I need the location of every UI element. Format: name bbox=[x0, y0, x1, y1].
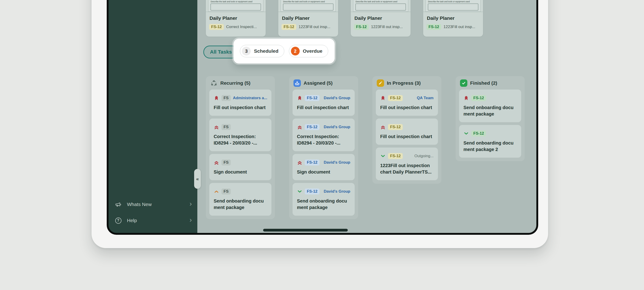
task-id-badge: FS bbox=[222, 95, 231, 101]
task-title: Fill out inspection chart bbox=[380, 104, 434, 111]
task-card[interactable]: FS-12Send onboarding docu ment package bbox=[459, 90, 521, 122]
task-title: Correct Inspection: ID8294 - 20/03/20 -.… bbox=[214, 133, 267, 146]
task-id-badge: FS bbox=[222, 188, 231, 194]
column-recurring: Recurring (5)FSAdministrators a...Fill o… bbox=[206, 76, 275, 219]
form-preview-panel: Describe the task and tools or equipment… bbox=[280, 0, 336, 12]
task-meta-row: FS-12David's Group bbox=[297, 159, 350, 166]
filter-row: All Tasks 3 Scheduled 2 Overdue bbox=[206, 37, 536, 76]
template-carousel: Describe the task and tools or equipment… bbox=[206, 0, 536, 37]
priority-high-icon bbox=[297, 124, 302, 130]
task-app-window: Whats New › ? Help › « Describe the task… bbox=[108, 0, 536, 233]
template-preview: Describe the task and tools or equipment… bbox=[206, 0, 266, 12]
task-id-badge: FS-12 bbox=[388, 153, 403, 159]
task-meta-row: FS-12David's Group bbox=[297, 95, 350, 102]
task-card[interactable]: FS-12Send onboarding docu ment package 2 bbox=[459, 125, 521, 158]
task-meta-row: FS-12 bbox=[464, 95, 517, 102]
task-description-input-preview bbox=[428, 4, 478, 11]
task-card[interactable]: FS-12Fill out inspection chart bbox=[376, 119, 438, 145]
task-group-link[interactable]: David's Group bbox=[324, 125, 350, 129]
task-id-badge: FS bbox=[222, 159, 231, 165]
column-header: In Progress (3) bbox=[376, 79, 438, 88]
template-preview: Describe the task and tools or equipment… bbox=[278, 0, 338, 12]
template-card[interactable]: Describe the task and tools or equipment… bbox=[351, 0, 410, 37]
task-description-input-preview bbox=[283, 4, 334, 11]
overdue-filter-button[interactable]: 2 Overdue bbox=[289, 45, 328, 57]
overdue-label: Overdue bbox=[303, 48, 322, 54]
priority-medium-icon bbox=[214, 189, 219, 194]
template-meta-row: FS-121223Fill out insp... bbox=[351, 21, 410, 30]
form-preview-panel: Describe the task and tools or equipment… bbox=[426, 0, 481, 12]
template-title: Daily Planer bbox=[206, 12, 266, 21]
template-meta-row: FS-12Correct Inspecti... bbox=[206, 21, 266, 30]
task-meta-row: FS-12Outgoing... bbox=[380, 153, 434, 159]
task-group-link[interactable]: QA Team bbox=[417, 96, 434, 100]
scheduled-filter-button[interactable]: 3 Scheduled bbox=[240, 45, 284, 57]
task-card[interactable]: FS-12David's GroupCorrect Inspection: ID… bbox=[292, 119, 355, 151]
task-id-badge: FS-12 bbox=[305, 188, 320, 194]
scheduled-label: Scheduled bbox=[254, 48, 278, 54]
task-card[interactable]: FSCorrect Inspection: ID8294 - 20/03/20 … bbox=[209, 119, 272, 151]
task-card[interactable]: FS-12QA TeamFill out inspection chart bbox=[376, 90, 438, 116]
task-meta-row: FS-12 bbox=[380, 124, 434, 131]
task-card[interactable]: FS-12David's GroupSend onboarding docu m… bbox=[292, 183, 355, 216]
task-card[interactable]: FS-12David's GroupFill out inspection ch… bbox=[292, 90, 355, 116]
column-title: In Progress (3) bbox=[387, 80, 421, 86]
task-id-badge: FS-12 bbox=[388, 95, 403, 101]
task-id-badge: FS-12 bbox=[282, 24, 296, 30]
task-card[interactable]: FS-12David's GroupSign document bbox=[292, 154, 355, 180]
task-title: Send onboarding docu ment package bbox=[464, 104, 517, 117]
task-title: Fill out inspection chart bbox=[380, 133, 434, 140]
priority-low-icon bbox=[380, 153, 386, 159]
task-card[interactable]: FSSend onboarding docu ment package bbox=[209, 183, 272, 216]
task-id-badge: FS-12 bbox=[354, 24, 369, 30]
task-id-badge: FS-12 bbox=[388, 124, 403, 130]
form-preview-panel: Describe the task and tools or equipment… bbox=[208, 0, 263, 12]
template-title: Daily Planer bbox=[278, 12, 338, 21]
sidebar-item-help[interactable]: ? Help › bbox=[114, 214, 192, 227]
template-task-description: Correct Inspecti... bbox=[226, 25, 262, 29]
task-title: Sign document bbox=[297, 169, 350, 175]
column-header: Assigned (5) bbox=[292, 79, 355, 88]
task-title: Correct Inspection: ID8294 - 20/03/20 -.… bbox=[297, 133, 350, 146]
sidebar-item-label: Whats New bbox=[127, 202, 152, 207]
column-title: Finished (2) bbox=[470, 80, 497, 86]
task-card[interactable]: FSAdministrators a...Fill out inspection… bbox=[209, 90, 272, 116]
column-header: Recurring (5) bbox=[209, 79, 272, 88]
task-group-link[interactable]: David's Group bbox=[324, 96, 350, 100]
task-meta-row: FS bbox=[214, 159, 267, 166]
task-title: Fill out inspection chart bbox=[297, 104, 350, 111]
task-card[interactable]: FS-12Outgoing...1223Fill out inspection … bbox=[376, 148, 438, 180]
help-icon: ? bbox=[114, 217, 122, 224]
task-group-link[interactable]: David's Group bbox=[324, 189, 350, 194]
sidebar-item-whats-new[interactable]: Whats New › bbox=[114, 198, 192, 211]
task-id-badge: FS-12 bbox=[305, 159, 320, 165]
overdue-count-badge: 2 bbox=[291, 47, 300, 56]
priority-high-icon bbox=[214, 124, 219, 130]
task-id-badge: FS bbox=[222, 124, 231, 130]
task-title: Sign document bbox=[214, 169, 267, 175]
template-card[interactable]: Describe the task and tools or equipment… bbox=[423, 0, 483, 37]
template-task-description: 1223Fill out insp... bbox=[444, 25, 480, 29]
task-id-badge: FS-12 bbox=[471, 131, 486, 136]
task-description-label: Describe the task and tools or equipment… bbox=[283, 1, 333, 3]
column-finished: Finished (2)FS-12Send onboarding docu me… bbox=[456, 76, 525, 161]
scheduled-count-badge: 3 bbox=[242, 47, 251, 56]
template-card[interactable]: Describe the task and tools or equipment… bbox=[206, 0, 266, 37]
task-group-link[interactable]: Administrators a... bbox=[233, 96, 267, 100]
task-description-label: Describe the task and tools or equipment… bbox=[428, 1, 478, 3]
priority-high-icon bbox=[297, 160, 302, 165]
task-description-label: Describe the task and tools or equipment… bbox=[211, 1, 261, 3]
filter-popup: 3 Scheduled 2 Overdue bbox=[234, 39, 335, 64]
chevron-right-icon: › bbox=[190, 216, 192, 225]
task-id-badge: FS-12 bbox=[426, 24, 441, 30]
sidebar-collapse-handle[interactable]: « bbox=[194, 169, 201, 189]
task-id-badge: FS-12 bbox=[305, 95, 320, 101]
template-card[interactable]: Describe the task and tools or equipment… bbox=[278, 0, 338, 37]
template-title: Daily Planer bbox=[351, 12, 410, 21]
template-task-description: 1223Fill out insp... bbox=[298, 25, 335, 29]
horizontal-scrollbar[interactable] bbox=[263, 229, 348, 231]
task-card[interactable]: FSSign document bbox=[209, 154, 272, 180]
task-group-link[interactable]: David's Group bbox=[324, 160, 350, 165]
template-meta-row: FS-121223Fill out insp... bbox=[423, 21, 483, 30]
column-in-progress: In Progress (3)FS-12QA TeamFill out insp… bbox=[372, 76, 441, 184]
